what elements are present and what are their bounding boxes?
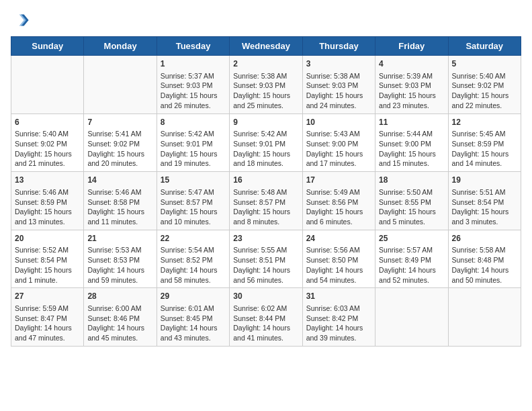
- day-number: 13: [15, 175, 80, 186]
- day-number: 23: [233, 233, 298, 244]
- day-info: Sunrise: 5:38 AM Sunset: 9:03 PM Dayligh…: [306, 71, 371, 111]
- calendar-cell: 7Sunrise: 5:41 AM Sunset: 9:02 PM Daylig…: [84, 113, 157, 172]
- day-number: 17: [306, 175, 371, 186]
- calendar-cell: [375, 288, 448, 347]
- calendar-cell: 12Sunrise: 5:45 AM Sunset: 8:59 PM Dayli…: [448, 113, 521, 172]
- calendar-cell: 4Sunrise: 5:39 AM Sunset: 9:03 PM Daylig…: [375, 56, 448, 114]
- day-info: Sunrise: 5:45 AM Sunset: 8:59 PM Dayligh…: [452, 129, 517, 169]
- calendar-cell: 24Sunrise: 5:56 AM Sunset: 8:50 PM Dayli…: [302, 230, 375, 288]
- day-info: Sunrise: 5:40 AM Sunset: 9:02 PM Dayligh…: [15, 129, 80, 169]
- day-info: Sunrise: 5:48 AM Sunset: 8:57 PM Dayligh…: [233, 187, 298, 227]
- day-number: 16: [233, 175, 298, 186]
- day-info: Sunrise: 5:51 AM Sunset: 8:54 PM Dayligh…: [452, 187, 517, 227]
- weekday-header-friday: Friday: [375, 37, 448, 56]
- day-number: 3: [306, 58, 371, 70]
- day-number: 9: [233, 117, 298, 128]
- day-number: 4: [379, 58, 444, 70]
- calendar-cell: 8Sunrise: 5:42 AM Sunset: 9:01 PM Daylig…: [157, 113, 229, 172]
- calendar-cell: 1Sunrise: 5:37 AM Sunset: 9:03 PM Daylig…: [157, 56, 229, 114]
- calendar-week-row: 6Sunrise: 5:40 AM Sunset: 9:02 PM Daylig…: [11, 113, 521, 172]
- day-number: 19: [452, 175, 517, 186]
- calendar-cell: 13Sunrise: 5:46 AM Sunset: 8:59 PM Dayli…: [11, 172, 84, 230]
- day-info: Sunrise: 5:40 AM Sunset: 9:02 PM Dayligh…: [452, 71, 517, 111]
- day-info: Sunrise: 6:02 AM Sunset: 8:44 PM Dayligh…: [233, 304, 298, 343]
- day-number: 18: [379, 175, 444, 186]
- day-number: 1: [161, 58, 226, 70]
- calendar-week-row: 13Sunrise: 5:46 AM Sunset: 8:59 PM Dayli…: [11, 172, 521, 230]
- day-info: Sunrise: 5:54 AM Sunset: 8:52 PM Dayligh…: [161, 245, 226, 285]
- day-info: Sunrise: 5:42 AM Sunset: 9:01 PM Dayligh…: [161, 129, 226, 169]
- day-number: 26: [452, 233, 517, 244]
- day-info: Sunrise: 5:55 AM Sunset: 8:51 PM Dayligh…: [233, 245, 298, 285]
- day-number: 14: [87, 175, 152, 186]
- day-number: 24: [306, 233, 371, 244]
- calendar-cell: 26Sunrise: 5:58 AM Sunset: 8:48 PM Dayli…: [448, 230, 521, 288]
- weekday-header-thursday: Thursday: [302, 37, 375, 56]
- weekday-header-sunday: Sunday: [11, 37, 84, 56]
- calendar-cell: 10Sunrise: 5:43 AM Sunset: 9:00 PM Dayli…: [302, 113, 375, 172]
- day-info: Sunrise: 5:52 AM Sunset: 8:54 PM Dayligh…: [15, 245, 80, 285]
- day-number: 6: [15, 117, 80, 128]
- day-number: 11: [379, 117, 444, 128]
- calendar-cell: 3Sunrise: 5:38 AM Sunset: 9:03 PM Daylig…: [302, 56, 375, 114]
- day-info: Sunrise: 5:41 AM Sunset: 9:02 PM Dayligh…: [87, 129, 152, 169]
- calendar-cell: 27Sunrise: 5:59 AM Sunset: 8:47 PM Dayli…: [11, 288, 84, 347]
- calendar-cell: 14Sunrise: 5:46 AM Sunset: 8:58 PM Dayli…: [84, 172, 157, 230]
- day-number: 22: [161, 233, 226, 244]
- day-info: Sunrise: 5:49 AM Sunset: 8:56 PM Dayligh…: [306, 187, 371, 227]
- day-number: 21: [87, 233, 152, 244]
- day-info: Sunrise: 5:44 AM Sunset: 9:00 PM Dayligh…: [379, 129, 444, 169]
- day-info: Sunrise: 5:57 AM Sunset: 8:49 PM Dayligh…: [379, 245, 444, 285]
- day-info: Sunrise: 6:00 AM Sunset: 8:46 PM Dayligh…: [87, 304, 152, 343]
- calendar-cell: 29Sunrise: 6:01 AM Sunset: 8:45 PM Dayli…: [157, 288, 229, 347]
- day-number: 8: [161, 117, 226, 128]
- calendar-cell: 2Sunrise: 5:38 AM Sunset: 9:03 PM Daylig…: [230, 56, 302, 114]
- day-info: Sunrise: 5:39 AM Sunset: 9:03 PM Dayligh…: [379, 71, 444, 111]
- calendar-cell: 25Sunrise: 5:57 AM Sunset: 8:49 PM Dayli…: [375, 230, 448, 288]
- calendar-table: SundayMondayTuesdayWednesdayThursdayFrid…: [11, 36, 521, 347]
- day-info: Sunrise: 5:53 AM Sunset: 8:53 PM Dayligh…: [87, 245, 152, 285]
- day-number: 27: [15, 291, 80, 302]
- calendar-cell: 20Sunrise: 5:52 AM Sunset: 8:54 PM Dayli…: [11, 230, 84, 288]
- weekday-header-saturday: Saturday: [448, 37, 521, 56]
- calendar-cell: 23Sunrise: 5:55 AM Sunset: 8:51 PM Dayli…: [230, 230, 302, 288]
- calendar-cell: 11Sunrise: 5:44 AM Sunset: 9:00 PM Dayli…: [375, 113, 448, 172]
- day-info: Sunrise: 6:01 AM Sunset: 8:45 PM Dayligh…: [161, 304, 226, 343]
- weekday-header-tuesday: Tuesday: [157, 37, 229, 56]
- day-number: 5: [452, 58, 517, 70]
- weekday-header-wednesday: Wednesday: [230, 37, 302, 56]
- weekday-header-monday: Monday: [84, 37, 157, 56]
- calendar-cell: 31Sunrise: 6:03 AM Sunset: 8:42 PM Dayli…: [302, 288, 375, 347]
- page-header: [11, 11, 521, 30]
- day-number: 20: [15, 233, 80, 244]
- day-number: 15: [161, 175, 226, 186]
- calendar-cell: 5Sunrise: 5:40 AM Sunset: 9:02 PM Daylig…: [448, 56, 521, 114]
- day-info: Sunrise: 5:46 AM Sunset: 8:59 PM Dayligh…: [15, 187, 80, 227]
- day-info: Sunrise: 5:47 AM Sunset: 8:57 PM Dayligh…: [161, 187, 226, 227]
- calendar-cell: 30Sunrise: 6:02 AM Sunset: 8:44 PM Dayli…: [230, 288, 302, 347]
- day-number: 10: [306, 117, 371, 128]
- day-number: 25: [379, 233, 444, 244]
- day-number: 29: [161, 291, 226, 302]
- calendar-cell: 16Sunrise: 5:48 AM Sunset: 8:57 PM Dayli…: [230, 172, 302, 230]
- day-number: 12: [452, 117, 517, 128]
- day-number: 31: [306, 291, 371, 302]
- day-info: Sunrise: 5:42 AM Sunset: 9:01 PM Dayligh…: [233, 129, 298, 169]
- calendar-cell: [448, 288, 521, 347]
- day-info: Sunrise: 5:38 AM Sunset: 9:03 PM Dayligh…: [233, 71, 298, 111]
- day-info: Sunrise: 5:46 AM Sunset: 8:58 PM Dayligh…: [87, 187, 152, 227]
- svg-marker-1: [19, 15, 27, 26]
- calendar-cell: 15Sunrise: 5:47 AM Sunset: 8:57 PM Dayli…: [157, 172, 229, 230]
- day-info: Sunrise: 5:58 AM Sunset: 8:48 PM Dayligh…: [452, 245, 517, 285]
- calendar-cell: 19Sunrise: 5:51 AM Sunset: 8:54 PM Dayli…: [448, 172, 521, 230]
- day-info: Sunrise: 5:43 AM Sunset: 9:00 PM Dayligh…: [306, 129, 371, 169]
- day-info: Sunrise: 6:03 AM Sunset: 8:42 PM Dayligh…: [306, 304, 371, 343]
- calendar-cell: [11, 56, 84, 114]
- day-number: 30: [233, 291, 298, 302]
- calendar-body: 1Sunrise: 5:37 AM Sunset: 9:03 PM Daylig…: [11, 56, 521, 347]
- day-info: Sunrise: 5:37 AM Sunset: 9:03 PM Dayligh…: [161, 71, 226, 111]
- day-info: Sunrise: 5:59 AM Sunset: 8:47 PM Dayligh…: [15, 304, 80, 343]
- day-number: 7: [87, 117, 152, 128]
- calendar-cell: 17Sunrise: 5:49 AM Sunset: 8:56 PM Dayli…: [302, 172, 375, 230]
- calendar-week-row: 27Sunrise: 5:59 AM Sunset: 8:47 PM Dayli…: [11, 288, 521, 347]
